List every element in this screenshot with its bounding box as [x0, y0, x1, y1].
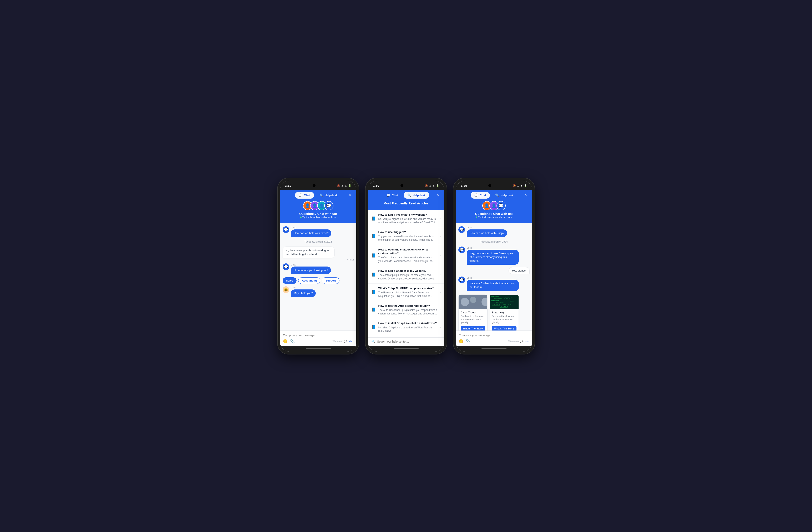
bot-avatar-1-1: 💬	[282, 226, 289, 233]
tab-helpdesk-1[interactable]: 🔍 Helpdesk	[316, 192, 341, 199]
article-content-2-2: How to use Triggers? Triggers can be use…	[378, 230, 437, 242]
attach-icon-1[interactable]: 📎	[290, 339, 295, 344]
article-item-2-4[interactable]: 📘 How to add a Chatbot to my website? Th…	[368, 266, 444, 284]
article-title-2-4: How to add a Chatbot to my website?	[378, 269, 437, 273]
tab-chat-2[interactable]: 💬 Chat	[383, 192, 402, 199]
article-item-2-6[interactable]: 📘 How to use the Auto-Responder plugin? …	[368, 301, 444, 319]
card-desc-3-1: See how they leverage our features to sc…	[461, 314, 485, 324]
choice-support-1[interactable]: Support	[322, 277, 339, 284]
close-button-1[interactable]: ×	[347, 192, 353, 198]
card-name-3-2: SmartKey	[492, 311, 517, 314]
chat-body-3[interactable]: 💬 Crisp How can we help with Crisp? Tues…	[456, 223, 532, 331]
search-input-2[interactable]	[377, 340, 441, 343]
chevron-icon-2-6: ›	[440, 308, 441, 311]
article-item-2-1[interactable]: 📘 How to add a live chat to my website? …	[368, 210, 444, 227]
search-bar-2: 🔍	[368, 337, 444, 346]
svg-text:01001011: 01001011	[504, 297, 512, 299]
article-icon-2-1: 📘	[371, 216, 376, 221]
compose-input-1[interactable]	[283, 333, 353, 338]
powered-by-1: We run on 💬 crisp	[333, 340, 353, 343]
svg-text:00101101: 00101101	[492, 304, 500, 306]
crisp-logo-icon-3: 💬	[520, 340, 523, 343]
agent-subtitle-text-3: Typically replies under an hour	[478, 216, 512, 219]
bot-msg-row-3-2: 💬 Crisp Hey, do you want to see 3 exampl…	[459, 247, 530, 265]
close-button-3[interactable]: ×	[523, 192, 529, 198]
human-bubble-1-1: May I help you?	[291, 290, 316, 297]
compose-area-3: 😊 📎 We run on 💬 crisp	[456, 331, 532, 346]
close-button-2[interactable]: ×	[435, 192, 441, 198]
status-icons-2: 🔕 ▲ ▲ 🔋	[425, 184, 439, 187]
screen-2: 1:30 🔕 ▲ ▲ 🔋 💬 Chat 🔍	[368, 181, 444, 352]
online-dot-3	[476, 216, 477, 218]
svg-text:11001010: 11001010	[496, 302, 504, 304]
brand-card-3-1: Cisor Trevor See how they leverage our f…	[459, 294, 488, 331]
choice-accounting-1[interactable]: Accounting	[298, 277, 320, 284]
wifi-icon-2: ▲	[429, 184, 432, 187]
battery-icon-2: 🔋	[436, 184, 439, 187]
emoji-icon-1[interactable]: 😊	[283, 339, 288, 344]
bot-avatar-3-3: 💬	[459, 277, 465, 283]
camera-3	[488, 184, 491, 187]
agent-subtitle-1: Typically replies under an hour	[300, 216, 336, 219]
article-item-2-3[interactable]: 📘 How to open the chatbox on click on a …	[368, 245, 444, 266]
tab-helpdesk-3[interactable]: 🔍 Helpdesk	[492, 192, 517, 199]
article-icon-2-5: 📘	[371, 290, 376, 294]
article-content-2-1: How to add a live chat to my website? So…	[378, 213, 437, 224]
home-bar-1	[306, 348, 331, 349]
crisp-brand-3: crisp	[524, 340, 529, 342]
avatars-row-1: 👤 👤 👤 💬	[303, 201, 333, 210]
attach-icon-3[interactable]: 📎	[466, 339, 470, 344]
bot-label-3-1: Crisp	[467, 226, 507, 229]
search-bar-icon-2: 🔍	[371, 340, 376, 344]
article-item-2-7[interactable]: 📘 How to install Crisp Live chat on Word…	[368, 318, 444, 336]
crisp-brand-1: crisp	[348, 340, 353, 342]
bot-bubble-3-3: Here are 3 other brands that are using o…	[467, 280, 519, 291]
chat-body-1[interactable]: 💬 Crisp How can we help with Crisp? Tues…	[280, 223, 356, 331]
chat-icon-1: 💬	[299, 193, 303, 197]
tab-chat-3[interactable]: 💬 Chat	[471, 192, 490, 199]
article-item-2-5[interactable]: 📘 What's Crisp EU GDPR compliance status…	[368, 284, 444, 301]
article-item-2-2[interactable]: 📘 How to use Triggers? Triggers can be u…	[368, 227, 444, 245]
card-cta-3-2[interactable]: Whats The Story	[492, 326, 517, 331]
tab-chat-1[interactable]: 💬 Chat	[295, 192, 314, 199]
compose-icons-1: 😊 📎	[283, 339, 295, 344]
article-content-2-4: How to add a Chatbot to my website? The …	[378, 269, 437, 280]
bot-label-3-3: Crisp	[467, 277, 519, 279]
human-label-1-1: Dinis	[291, 286, 316, 289]
helpdesk-body-2[interactable]: 📘 How to add a live chat to my website? …	[368, 210, 444, 346]
card-cta-3-1[interactable]: Whats The Story	[461, 326, 485, 331]
svg-text:10110010: 10110010	[500, 306, 508, 308]
agent-title-3: Questions? Chat with us!	[475, 212, 513, 215]
camera-2	[401, 184, 403, 187]
chevron-icon-2-3: ›	[440, 254, 441, 257]
battery-icon-1: 🔋	[348, 184, 351, 187]
search-icon-2: 🔍	[407, 193, 411, 197]
choice-sales-1[interactable]: Sales	[282, 277, 297, 284]
bot-avatar-3-2: 💬	[459, 247, 465, 253]
tab-helpdesk-2[interactable]: 🔍 Helpdesk	[404, 192, 429, 199]
bot-bubble-3-1: How can we help with Crisp?	[467, 229, 507, 237]
status-icons-3: 🔕 ▲ ▲ 🔋	[513, 184, 527, 187]
tab-bar-3: 💬 Chat 🔍 Helpdesk ×	[456, 190, 532, 200]
chat-icon-3: 💬	[475, 193, 478, 197]
article-title-2-6: How to use the Auto-Responder plugin?	[378, 304, 437, 308]
compose-input-3[interactable]	[459, 333, 529, 338]
bot-bubble-1-1: How can we help with Crisp?	[291, 229, 332, 237]
crisp-logo-icon-1: 💬	[344, 340, 347, 343]
article-snippet-2-2: Triggers can be used to send automated e…	[378, 235, 437, 242]
svg-text:11100101: 11100101	[507, 300, 514, 302]
status-time-3: 1:29	[461, 184, 467, 187]
silent-icon-2: 🔕	[425, 184, 428, 187]
article-icon-2-3: 📘	[371, 253, 376, 258]
emoji-icon-3[interactable]: 😊	[459, 339, 463, 344]
bot-bubble-1-2: Hi, what are you looking for?	[291, 267, 331, 274]
date-divider-3-1: Tuesday, March 5, 2024	[459, 240, 530, 243]
chat-icon-2: 💬	[387, 193, 391, 197]
bot-msg-row-3-1: 💬 Crisp How can we help with Crisp?	[459, 226, 530, 237]
svg-text:01101010: 01101010	[491, 296, 499, 297]
bot-bubble-3-2: Hey, do you want to see 3 examples of cu…	[467, 250, 519, 265]
read-receipt-1-1: ✓ Read	[282, 258, 354, 261]
status-bar-2: 1:30 🔕 ▲ ▲ 🔋	[368, 181, 444, 190]
screen-3: 1:29 🔕 ▲ ▲ 🔋 💬 Chat 🔍	[456, 181, 532, 352]
svg-rect-0	[459, 295, 487, 309]
